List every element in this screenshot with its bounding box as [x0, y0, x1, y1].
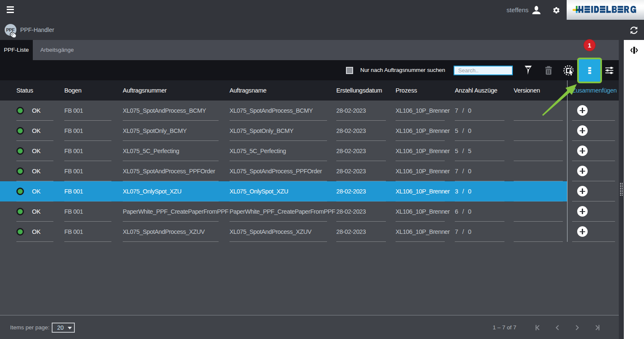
status-cell: OK — [16, 161, 53, 181]
versionen-cell — [514, 181, 563, 201]
bogen-cell: FB 001 — [64, 161, 111, 181]
tab-ppf-liste[interactable]: PPF-Liste — [0, 40, 33, 60]
zusammenfuegen-cell — [572, 121, 615, 141]
status-text: OK — [32, 188, 40, 195]
erstellungsdatum-cell: 28-02-2023 — [336, 101, 386, 121]
auszuege-versions: 0 — [468, 228, 471, 235]
auszuege-count: 3 — [455, 188, 458, 195]
table-row[interactable]: OKFB 001XL075_SpotAndProcess_BCMYXL075_S… — [0, 101, 619, 121]
merge-add-button[interactable] — [577, 166, 588, 176]
status-ok-icon — [16, 147, 24, 155]
zusammenfuegen-cell — [572, 141, 615, 161]
auszuege-slash: / — [462, 188, 464, 195]
zusammenfuegen-cell — [572, 161, 615, 181]
tab-bar: PPF-Liste Arbeitsgänge — [0, 40, 619, 60]
column-header-versionen: Versionen — [514, 80, 540, 101]
auftragsnummer-checkbox[interactable] — [346, 67, 353, 74]
table-row[interactable]: OKFB 001XL075_OnlySpot_XZUXL075_OnlySpot… — [0, 181, 619, 201]
auftragsnummer-cell: XL075_SpotAndProcess_PPFOrder — [123, 161, 219, 181]
kebab-dot — [588, 67, 591, 69]
auszuege-versions: 0 — [468, 127, 471, 134]
column-separator — [567, 80, 567, 242]
auszuege-slash: / — [462, 107, 464, 114]
paginator-bar: Items per page: 20 1 – 7 of 7 — [0, 315, 619, 339]
versionen-cell — [514, 161, 563, 181]
table-row[interactable]: OKFB 001PaperWhite_PPF_CreatePaperFromPP… — [0, 201, 619, 222]
merge-add-button[interactable] — [577, 186, 588, 196]
filter-icon[interactable] — [525, 66, 532, 75]
table-row[interactable]: OKFB 001XL075_5C_PerfectingXL075_5C_Perf… — [0, 141, 619, 161]
hamburger-menu-icon[interactable] — [7, 6, 14, 13]
auszuege-versions: 0 — [468, 107, 471, 114]
auszuege-count: 5 — [455, 127, 458, 134]
app-bar — [0, 20, 644, 40]
auszuege-versions: 5 — [468, 148, 471, 154]
merge-add-button[interactable] — [577, 146, 588, 156]
auszuege-versions: 0 — [468, 188, 471, 195]
erstellungsdatum-cell: 28-02-2023 — [336, 121, 386, 141]
prozess-cell: XL106_10P_Brenner — [396, 121, 445, 141]
status-cell: OK — [16, 121, 53, 141]
settings-gear-icon[interactable] — [552, 6, 560, 14]
column-header-zusammenfuegen[interactable]: Zusammenfügen — [572, 80, 617, 101]
status-text: OK — [32, 127, 40, 134]
merge-add-button[interactable] — [577, 125, 588, 136]
splitter-drag-handle[interactable] — [620, 183, 623, 196]
merge-add-button[interactable] — [577, 105, 588, 116]
tab-arbeitsgaenge[interactable]: Arbeitsgänge — [33, 40, 82, 60]
merge-add-button[interactable] — [577, 226, 588, 237]
user-icon[interactable] — [532, 5, 541, 15]
table-row[interactable]: OKFB 001XL075_SpotAndProcess_PPFOrderXL0… — [0, 161, 619, 181]
prozess-cell: XL106_10P_Brenner — [396, 201, 445, 222]
status-cell: OK — [16, 181, 53, 201]
table-row[interactable]: OKFB 001XL075_SpotOnly_BCMYXL075_SpotOnl… — [0, 121, 619, 141]
status-ok-icon — [16, 188, 24, 195]
items-per-page-label: Items per page: — [10, 315, 50, 339]
bogen-cell: FB 001 — [64, 121, 111, 141]
search-input[interactable] — [454, 66, 513, 75]
refresh-icon[interactable] — [628, 25, 639, 36]
first-page-button[interactable] — [534, 324, 541, 331]
previous-page-button[interactable] — [554, 324, 561, 331]
auszuege-versions: 0 — [468, 208, 471, 215]
auszuege-count: 7 — [455, 107, 458, 114]
next-page-button[interactable] — [573, 324, 581, 331]
split-view-icon[interactable] — [630, 47, 638, 54]
auto-select-icon[interactable] — [562, 65, 575, 77]
delete-icon[interactable] — [545, 66, 552, 75]
tune-icon[interactable] — [605, 66, 613, 74]
auszuege-count: 7 — [455, 228, 458, 235]
auftragsname-cell: XL075_SpotAndProcess_XZUV — [230, 222, 327, 242]
auftragsnummer-cell: XL075_OnlySpot_XZU — [123, 181, 219, 201]
hamburger-bar — [7, 9, 14, 10]
last-page-button[interactable] — [594, 324, 601, 331]
merge-add-button[interactable] — [577, 206, 588, 217]
column-header-anzahl_auszuege: Anzahl Auszüge — [455, 80, 497, 101]
kebab-dots-icon — [588, 66, 591, 75]
anzahl_auszuege-cell: 7/0 — [455, 161, 504, 181]
versionen-cell — [514, 222, 563, 242]
bogen-cell: FB 001 — [64, 222, 111, 242]
hamburger-bar — [7, 6, 14, 8]
prozess-cell: XL106_10P_Brenner — [396, 181, 445, 201]
more-options-button[interactable] — [577, 58, 602, 83]
notification-badge: 1 — [583, 39, 596, 51]
anzahl_auszuege-cell: 5/0 — [455, 121, 504, 141]
status-text: OK — [32, 148, 40, 154]
table-row[interactable]: OKFB 001XL075_SpotAndProcess_XZUVXL075_S… — [0, 222, 619, 242]
auszuege-slash: / — [462, 127, 464, 134]
auftragsname-cell: XL075_SpotOnly_BCMY — [230, 121, 327, 141]
page-size-select[interactable]: 20 — [52, 323, 75, 333]
auszuege-slash: / — [462, 228, 464, 235]
bogen-cell: FB 001 — [64, 181, 111, 201]
side-panel — [624, 40, 644, 339]
column-header-auftragsname: Auftragsname — [230, 80, 267, 101]
auszuege-count: 7 — [455, 168, 458, 175]
kebab-dot — [588, 72, 591, 74]
auftragsnummer-cell: XL075_SpotOnly_BCMY — [123, 121, 219, 141]
anzahl_auszuege-cell: 7/0 — [455, 101, 504, 121]
status-ok-icon — [16, 107, 24, 114]
status-text: OK — [32, 228, 40, 235]
status-text: OK — [32, 107, 40, 114]
top-bar: steffens — [0, 0, 644, 20]
